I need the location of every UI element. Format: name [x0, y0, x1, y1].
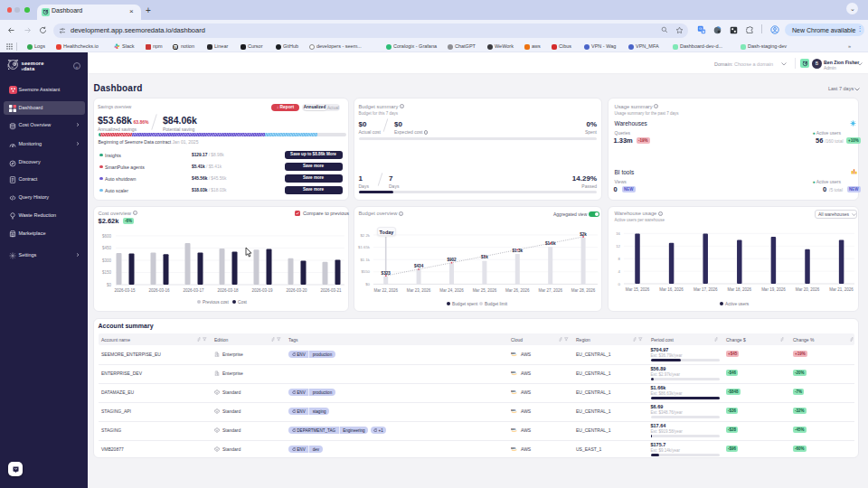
- svg-text:$150: $150: [102, 270, 112, 275]
- svg-text:Mar 16, 2026: Mar 16, 2026: [659, 287, 684, 292]
- svg-text:Mar 18, 2026: Mar 18, 2026: [728, 287, 752, 292]
- svg-text:$450: $450: [102, 246, 112, 250]
- svg-text:8: 8: [618, 257, 621, 261]
- svg-text:2026-03-19: 2026-03-19: [251, 288, 273, 293]
- svg-text:2026-03-18: 2026-03-18: [217, 288, 239, 293]
- svg-text:2026-03-17: 2026-03-17: [183, 288, 204, 293]
- svg-text:Mar 28, 2026: Mar 28, 2026: [571, 288, 596, 293]
- svg-text:Mar 22, 2026: Mar 22, 2026: [373, 288, 398, 293]
- svg-text:aws: aws: [511, 390, 516, 393]
- svg-text:$550: $550: [361, 269, 370, 274]
- svg-text:12: 12: [616, 244, 620, 249]
- svg-text:Budget spent: Budget spent: [452, 302, 478, 306]
- svg-text:4: 4: [618, 269, 621, 274]
- svg-text:Mar 20, 2026: Mar 20, 2026: [796, 287, 820, 292]
- svg-text:$0: $0: [107, 283, 112, 287]
- svg-text:Mar 15, 2026: Mar 15, 2026: [626, 287, 650, 292]
- svg-text:16: 16: [616, 231, 620, 236]
- svg-text:Budget limit: Budget limit: [485, 302, 508, 306]
- svg-text:2026-03-20: 2026-03-20: [286, 288, 307, 293]
- svg-text:$323: $323: [382, 271, 392, 276]
- svg-text:$600: $600: [102, 234, 112, 239]
- svg-text:Mar 21, 2026: Mar 21, 2026: [829, 287, 854, 292]
- svg-text:$300: $300: [102, 258, 112, 263]
- svg-text:$902: $902: [447, 258, 457, 262]
- svg-text:Cost: Cost: [238, 300, 248, 305]
- svg-text:$2.2k: $2.2k: [360, 233, 370, 238]
- svg-text:Mar 17, 2026: Mar 17, 2026: [693, 287, 718, 292]
- svg-text:Mar 19, 2026: Mar 19, 2026: [761, 287, 786, 292]
- svg-text:Mar 27, 2026: Mar 27, 2026: [538, 288, 562, 293]
- svg-text:$0: $0: [365, 282, 370, 286]
- svg-text:Mar 26, 2026: Mar 26, 2026: [505, 288, 530, 293]
- svg-text:aws: aws: [511, 447, 516, 450]
- svg-text:$1k: $1k: [481, 255, 488, 259]
- svg-text:aws: aws: [511, 409, 516, 412]
- svg-text:Mar 25, 2026: Mar 25, 2026: [473, 288, 497, 293]
- svg-text:$434: $434: [414, 264, 424, 268]
- svg-text:2026-03-15: 2026-03-15: [114, 288, 136, 293]
- svg-text:$1.6k: $1.6k: [545, 241, 556, 246]
- svg-text:2026-03-16: 2026-03-16: [148, 288, 170, 293]
- svg-text:$2k: $2k: [580, 232, 587, 237]
- svg-text:Previous cost: Previous cost: [203, 300, 229, 305]
- svg-text:0: 0: [618, 282, 621, 286]
- svg-text:aws: aws: [511, 352, 516, 355]
- svg-text:2026-03-21: 2026-03-21: [320, 288, 342, 293]
- svg-text:$1.65k: $1.65k: [358, 245, 371, 249]
- svg-text:$1.1k: $1.1k: [360, 258, 370, 262]
- svg-text:aws: aws: [511, 428, 516, 431]
- svg-text:Mar 23, 2026: Mar 23, 2026: [407, 288, 431, 293]
- svg-text:$1.3k: $1.3k: [513, 249, 524, 253]
- svg-text:Active users: Active users: [725, 302, 750, 306]
- svg-text:aws: aws: [511, 371, 516, 374]
- svg-text:Mar 24, 2026: Mar 24, 2026: [439, 288, 464, 293]
